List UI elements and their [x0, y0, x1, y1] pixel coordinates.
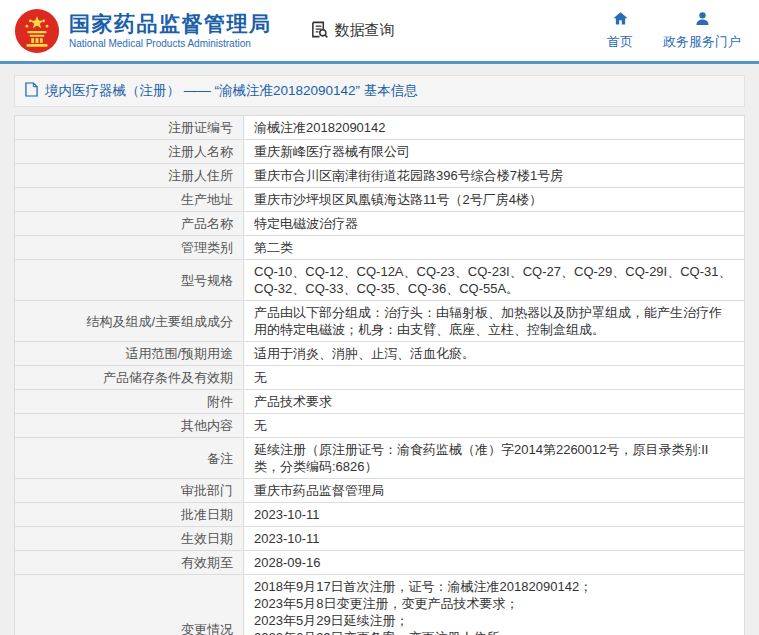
- header-right-nav: 首页 政务服务门户: [607, 10, 745, 51]
- site-title: 国家药品监督管理局 National Medical Products Admi…: [69, 12, 272, 49]
- row-value-change-history: 2018年9月17日首次注册，证号：渝械注准20182090142； 2023年…: [244, 575, 745, 635]
- site-header: 国家药品监督管理局 National Medical Products Admi…: [0, 0, 759, 64]
- nav-home[interactable]: 首页: [607, 10, 633, 51]
- row-label: 注册人名称: [15, 140, 244, 164]
- row-value: 2023-10-11: [244, 503, 745, 527]
- document-search-icon: [310, 20, 329, 42]
- table-row: 型号规格 CQ-10、CQ-12、CQ-12A、CQ-23、CQ-23I、CQ-…: [15, 260, 745, 301]
- row-value: 渝械注准20182090142: [244, 116, 745, 140]
- document-icon: [25, 82, 38, 100]
- row-label: 附件: [15, 390, 244, 414]
- table-row: 注册人住所 重庆市合川区南津街街道花园路396号综合楼7楼1号房: [15, 164, 745, 188]
- row-value: 产品由以下部分组成：治疗头：由辐射板、加热器以及防护罩组成，能产生治疗作用的特定…: [244, 301, 745, 342]
- row-label: 有效期至: [15, 551, 244, 575]
- row-value: 特定电磁波治疗器: [244, 212, 745, 236]
- row-label: 结构及组成/主要组成成分: [15, 301, 244, 342]
- table-row: 结构及组成/主要组成成分 产品由以下部分组成：治疗头：由辐射板、加热器以及防护罩…: [15, 301, 745, 342]
- table-row: 适用范围/预期用途 适用于消炎、消肿、止泻、活血化瘀。: [15, 342, 745, 366]
- breadcrumb-text: 境内医疗器械（注册） —— “渝械注准20182090142” 基本信息: [45, 82, 418, 100]
- row-label: 生产地址: [15, 188, 244, 212]
- breadcrumb: 境内医疗器械（注册） —— “渝械注准20182090142” 基本信息: [14, 75, 745, 107]
- row-value: 2023-10-11: [244, 527, 745, 551]
- row-label: 产品储存条件及有效期: [15, 366, 244, 390]
- nav-portal[interactable]: 政务服务门户: [663, 10, 741, 51]
- table-row: 批准日期 2023-10-11: [15, 503, 745, 527]
- row-label: 型号规格: [15, 260, 244, 301]
- row-label: 注册人住所: [15, 164, 244, 188]
- row-value: CQ-10、CQ-12、CQ-12A、CQ-23、CQ-23I、CQ-27、CQ…: [244, 260, 745, 301]
- table-row: 生产地址 重庆市沙坪坝区凤凰镇海达路11号（2号厂房4楼）: [15, 188, 745, 212]
- row-label: 变更情况: [15, 575, 244, 635]
- user-icon: [694, 10, 711, 30]
- table-row: 变更情况 2018年9月17日首次注册，证号：渝械注准20182090142； …: [15, 575, 745, 635]
- table-row: 备注 延续注册（原注册证号：渝食药监械（准）字2014第2260012号，原目录…: [15, 438, 745, 479]
- row-value: 重庆市药品监督管理局: [244, 479, 745, 503]
- row-value: 2028-09-16: [244, 551, 745, 575]
- row-value-attachment: 产品技术要求: [244, 390, 745, 414]
- row-label: 审批部门: [15, 479, 244, 503]
- nav-home-label: 首页: [607, 33, 633, 51]
- site-logo: 国家药品监督管理局 National Medical Products Admi…: [14, 8, 272, 54]
- row-value: 适用于消炎、消肿、止泻、活血化瘀。: [244, 342, 745, 366]
- row-value: 第二类: [244, 236, 745, 260]
- nav-portal-label: 政务服务门户: [663, 33, 741, 51]
- row-value: 重庆市沙坪坝区凤凰镇海达路11号（2号厂房4楼）: [244, 188, 745, 212]
- table-row: 产品储存条件及有效期 无: [15, 366, 745, 390]
- table-row: 附件 产品技术要求: [15, 390, 745, 414]
- row-value: 无: [244, 366, 745, 390]
- row-label: 其他内容: [15, 414, 244, 438]
- table-row: 审批部门 重庆市药品监督管理局: [15, 479, 745, 503]
- table-row: 注册人名称 重庆新峰医疗器械有限公司: [15, 140, 745, 164]
- row-label: 注册证编号: [15, 116, 244, 140]
- row-label: 产品名称: [15, 212, 244, 236]
- row-label: 生效日期: [15, 527, 244, 551]
- row-label: 备注: [15, 438, 244, 479]
- table-row: 管理类别 第二类: [15, 236, 745, 260]
- row-label: 批准日期: [15, 503, 244, 527]
- row-value: 无: [244, 414, 745, 438]
- table-row: 生效日期 2023-10-11: [15, 527, 745, 551]
- row-value: 延续注册（原注册证号：渝食药监械（准）字2014第2260012号，原目录类别:…: [244, 438, 745, 479]
- table-row: 其他内容 无: [15, 414, 745, 438]
- site-title-en: National Medical Products Administration: [69, 38, 272, 49]
- table-row: 有效期至 2028-09-16: [15, 551, 745, 575]
- row-label: 适用范围/预期用途: [15, 342, 244, 366]
- row-label: 管理类别: [15, 236, 244, 260]
- national-emblem-icon: [14, 8, 60, 54]
- site-title-cn: 国家药品监督管理局: [69, 12, 272, 35]
- main-content: 境内医疗器械（注册） —— “渝械注准20182090142” 基本信息 注册证…: [0, 64, 759, 635]
- registration-info-table: 注册证编号 渝械注准20182090142 注册人名称 重庆新峰医疗器械有限公司…: [14, 115, 745, 635]
- row-value: 重庆新峰医疗器械有限公司: [244, 140, 745, 164]
- row-value: 重庆市合川区南津街街道花园路396号综合楼7楼1号房: [244, 164, 745, 188]
- nav-data-query-label: 数据查询: [335, 21, 395, 40]
- nav-data-query[interactable]: 数据查询: [310, 20, 395, 42]
- home-icon: [612, 10, 629, 30]
- table-row: 产品名称 特定电磁波治疗器: [15, 212, 745, 236]
- table-row: 注册证编号 渝械注准20182090142: [15, 116, 745, 140]
